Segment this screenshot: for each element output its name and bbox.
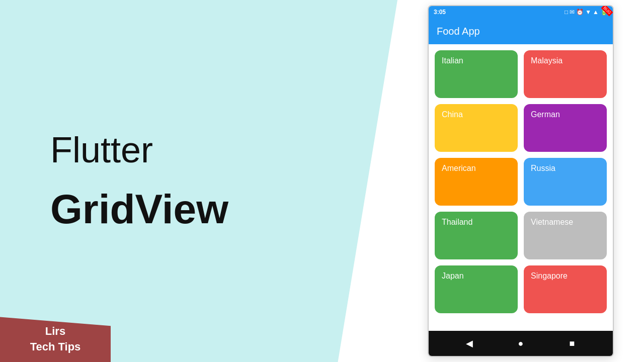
signal-icon: ▲ [593,9,599,16]
grid-item-german[interactable]: German [524,104,607,152]
status-bar: 3:05 □ ✉ ⏰ ▼ ▲ 🔋 BUG [429,6,613,18]
wifi-icon: ▼ [585,9,591,16]
grid-item-china[interactable]: China [435,104,518,152]
nav-bar: ◀ ● ■ [429,331,613,356]
flutter-title: Flutter [50,129,397,170]
left-panel: Flutter GridView Lirs Tech Tips [0,0,397,362]
grid-item-american[interactable]: American [435,158,518,206]
home-button[interactable]: ● [511,333,531,353]
gridview-title: GridView [50,186,397,233]
right-panel: 3:05 □ ✉ ⏰ ▼ ▲ 🔋 BUG Food App ItalianMal… [397,0,644,362]
app-bar: Food App [429,18,613,44]
back-button[interactable]: ◀ [459,333,479,353]
alarm-icon: ⏰ [576,9,584,16]
grid-item-singapore[interactable]: Singapore [524,265,607,313]
recent-button[interactable]: ■ [562,333,582,353]
notification-icon: □ [565,9,568,16]
brand-badge: Lirs Tech Tips [0,317,111,362]
grid-item-japan[interactable]: Japan [435,265,518,313]
grid-content: ItalianMalaysiaChinaGermanAmericanRussia… [429,44,613,331]
grid-item-malaysia[interactable]: Malaysia [524,50,607,98]
phone-mockup: 3:05 □ ✉ ⏰ ▼ ▲ 🔋 BUG Food App ItalianMal… [428,5,614,357]
status-time: 3:05 [434,9,446,16]
grid-item-vietnamese[interactable]: Vietnamese [524,212,607,259]
food-grid: ItalianMalaysiaChinaGermanAmericanRussia… [435,50,607,313]
grid-item-russia[interactable]: Russia [524,158,607,206]
grid-item-italian[interactable]: Italian [435,50,518,98]
message-icon: ✉ [570,9,575,16]
status-icons: □ ✉ ⏰ ▼ ▲ 🔋 BUG [565,9,608,16]
app-bar-title: Food App [437,26,480,37]
grid-item-thailand[interactable]: Thailand [435,212,518,259]
